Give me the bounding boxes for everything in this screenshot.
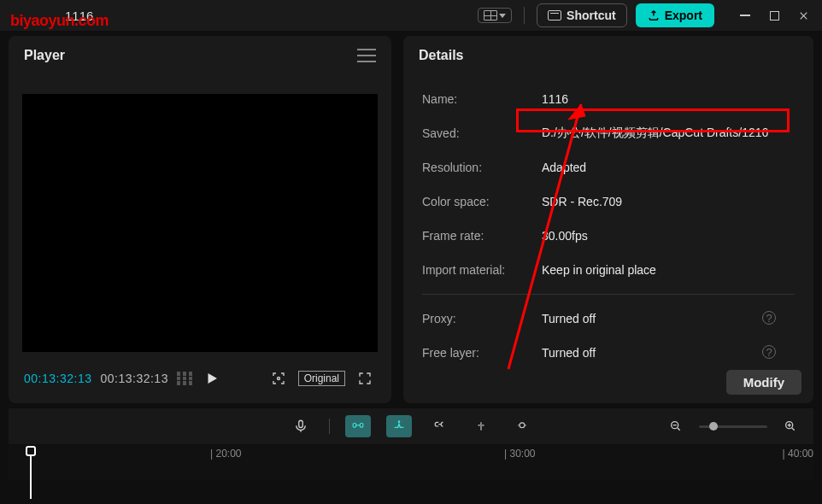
details-title: Details bbox=[419, 48, 463, 63]
framerate-value: 30.00fps bbox=[542, 229, 588, 243]
layout-button[interactable] bbox=[478, 8, 512, 23]
shortcut-button[interactable]: Shortcut bbox=[537, 3, 627, 27]
row-framerate: Frame rate: 30.00fps bbox=[422, 219, 795, 253]
auto-snap-button[interactable] bbox=[386, 415, 412, 437]
separator bbox=[329, 419, 330, 434]
freelayer-help-icon[interactable]: ? bbox=[762, 345, 776, 359]
ruler-tick: | 20:00 bbox=[210, 448, 241, 460]
preview-toggle-button[interactable] bbox=[509, 415, 535, 437]
player-controls: 00:13:32:13 00:13:32:13 Original bbox=[9, 360, 391, 403]
row-resolution: Resolution: Adapted bbox=[422, 150, 795, 185]
title-bar: biyaoyun.com 1116 Shortcut Export bbox=[0, 0, 822, 31]
freelayer-value: Turned off bbox=[542, 346, 596, 360]
maximize-button[interactable] bbox=[760, 3, 788, 27]
playhead-stem bbox=[30, 456, 32, 499]
svg-point-4 bbox=[398, 421, 399, 422]
separator bbox=[524, 7, 525, 24]
separator bbox=[422, 294, 795, 295]
close-icon bbox=[798, 10, 809, 21]
layout-icon bbox=[484, 10, 497, 21]
chevron-down-icon bbox=[499, 14, 506, 18]
import-value: Keep in original place bbox=[542, 263, 656, 277]
saved-label: Saved: bbox=[422, 126, 542, 140]
original-badge[interactable]: Original bbox=[298, 371, 345, 386]
svg-rect-3 bbox=[360, 424, 363, 428]
magnet-snap-button[interactable] bbox=[345, 415, 371, 437]
export-label: Export bbox=[665, 9, 702, 22]
timeline-toolbar bbox=[9, 408, 813, 444]
modify-button[interactable]: Modify bbox=[726, 370, 801, 395]
focus-frame-button[interactable] bbox=[267, 369, 290, 388]
close-button[interactable] bbox=[790, 3, 817, 27]
row-colorspace: Color space: SDR - Rec.709 bbox=[422, 185, 795, 219]
details-panel: Details Name: 1116 Saved: D:/办公/软件/视频剪辑/… bbox=[403, 36, 813, 403]
playhead[interactable] bbox=[26, 446, 36, 499]
link-button[interactable] bbox=[427, 415, 453, 437]
row-import: Import material: Keep in original place bbox=[422, 253, 795, 287]
play-button[interactable] bbox=[201, 369, 223, 388]
row-name: Name: 1116 bbox=[422, 82, 795, 116]
svg-point-5 bbox=[520, 423, 525, 428]
row-proxy: Proxy: Turned off ? bbox=[422, 302, 795, 336]
keyboard-icon bbox=[548, 10, 561, 21]
ruler-tick: | 40:00 bbox=[783, 448, 813, 460]
player-panel: Player 00:13:32:13 00:13:32:13 Original bbox=[9, 36, 391, 403]
fullscreen-button[interactable] bbox=[354, 369, 376, 388]
color-bars-icon[interactable] bbox=[177, 372, 192, 385]
framerate-label: Frame rate: bbox=[422, 229, 542, 243]
zoom-slider[interactable] bbox=[699, 425, 767, 428]
resolution-value: Adapted bbox=[542, 161, 586, 174]
playhead-knob[interactable] bbox=[26, 446, 36, 456]
name-label: Name: bbox=[422, 92, 542, 106]
svg-point-0 bbox=[277, 378, 279, 380]
svg-rect-2 bbox=[353, 424, 356, 428]
watermark-overlay: biyaoyun.com bbox=[10, 12, 109, 30]
minimize-button[interactable] bbox=[731, 3, 759, 27]
proxy-value: Turned off bbox=[542, 312, 596, 325]
timecode-current: 00:13:32:13 bbox=[24, 372, 91, 385]
zoom-slider-thumb[interactable] bbox=[709, 422, 718, 431]
video-canvas[interactable] bbox=[22, 94, 378, 352]
zoom-in-button[interactable] bbox=[778, 415, 803, 437]
proxy-help-icon[interactable]: ? bbox=[762, 311, 776, 325]
player-menu-button[interactable] bbox=[357, 49, 376, 62]
colorspace-value: SDR - Rec.709 bbox=[542, 195, 622, 208]
import-label: Import material: bbox=[422, 263, 542, 277]
export-button[interactable]: Export bbox=[636, 3, 714, 27]
colorspace-label: Color space: bbox=[422, 195, 542, 208]
project-title: 1116 bbox=[65, 9, 93, 23]
freelayer-label: Free layer: bbox=[422, 346, 542, 360]
mic-button[interactable] bbox=[288, 415, 314, 437]
ruler-tick: | 30:00 bbox=[504, 448, 535, 460]
proxy-label: Proxy: bbox=[422, 312, 542, 325]
export-icon bbox=[648, 9, 660, 21]
row-saved: Saved: D:/办公/软件/视频剪辑/CapCut Drafts/1216 bbox=[422, 116, 795, 150]
saved-value: D:/办公/软件/视频剪辑/CapCut Drafts/1216 bbox=[542, 126, 768, 141]
timeline-ruler[interactable]: | 20:00 | 30:00 | 40:00 bbox=[9, 446, 813, 480]
timecode-total: 00:13:32:13 bbox=[100, 372, 167, 385]
maximize-icon bbox=[770, 11, 779, 21]
resolution-label: Resolution: bbox=[422, 161, 542, 174]
zoom-out-button[interactable] bbox=[663, 415, 689, 437]
row-freelayer: Free layer: Turned off ? bbox=[422, 336, 795, 361]
player-title: Player bbox=[24, 48, 65, 63]
name-value: 1116 bbox=[542, 92, 568, 106]
align-button[interactable] bbox=[468, 415, 494, 437]
svg-rect-1 bbox=[298, 420, 302, 427]
minimize-icon bbox=[740, 15, 750, 16]
shortcut-label: Shortcut bbox=[567, 9, 616, 22]
